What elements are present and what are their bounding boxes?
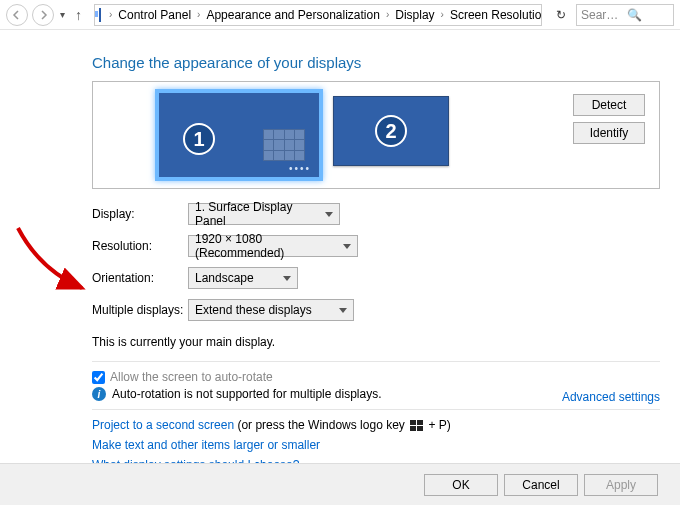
project-link[interactable]: Project to a second screen: [92, 418, 234, 432]
info-icon: i: [92, 387, 106, 401]
auto-rotate-checkbox[interactable]: [92, 371, 105, 384]
auto-rotate-info: Auto-rotation is not supported for multi…: [112, 387, 381, 401]
breadcrumb-sep: ›: [105, 9, 116, 20]
display-label: Display:: [92, 207, 188, 221]
multiple-displays-label: Multiple displays:: [92, 303, 188, 317]
address-bar[interactable]: › Control Panel › Appearance and Persona…: [94, 4, 542, 26]
search-input[interactable]: Search Cont... 🔍: [576, 4, 674, 26]
breadcrumb-item[interactable]: Appearance and Personalization: [206, 8, 379, 22]
monitor-number: 1: [183, 123, 215, 155]
monitor-2[interactable]: 2: [333, 96, 449, 166]
up-button[interactable]: ↑: [71, 7, 86, 23]
text-size-link[interactable]: Make text and other items larger or smal…: [92, 438, 660, 452]
project-link-row: Project to a second screen (or press the…: [92, 418, 660, 432]
keypad-graphic: [263, 129, 305, 161]
dialog-footer: OK Cancel Apply: [0, 463, 680, 505]
multiple-displays-select[interactable]: Extend these displays: [188, 299, 354, 321]
search-placeholder: Search Cont...: [581, 8, 623, 22]
monitor-number: 2: [375, 115, 407, 147]
forward-button[interactable]: [32, 4, 54, 26]
display-select[interactable]: 1. Surface Display Panel: [188, 203, 340, 225]
search-icon: 🔍: [627, 8, 669, 22]
breadcrumb-item[interactable]: Display: [395, 8, 434, 22]
main-display-note: This is currently your main display.: [92, 335, 660, 349]
monitor-1[interactable]: 1 ••••: [155, 89, 323, 181]
resolution-label: Resolution:: [92, 239, 188, 253]
taskbar-graphic: ••••: [289, 163, 311, 174]
control-panel-icon: [99, 8, 101, 22]
content-pane: Change the appearance of your displays 1…: [0, 30, 680, 472]
orientation-label: Orientation:: [92, 271, 188, 285]
page-title: Change the appearance of your displays: [92, 54, 660, 71]
auto-rotate-label: Allow the screen to auto-rotate: [110, 370, 273, 384]
recent-locations-dropdown[interactable]: ▾: [58, 9, 67, 20]
advanced-settings-link[interactable]: Advanced settings: [562, 390, 660, 404]
display-preview: 1 •••• 2 Detect Identify: [92, 81, 660, 189]
explorer-navbar: ▾ ↑ › Control Panel › Appearance and Per…: [0, 0, 680, 30]
refresh-button[interactable]: ↻: [550, 8, 572, 22]
resolution-select[interactable]: 1920 × 1080 (Recommended): [188, 235, 358, 257]
windows-key-icon: [410, 420, 423, 431]
orientation-select[interactable]: Landscape: [188, 267, 298, 289]
ok-button[interactable]: OK: [424, 474, 498, 496]
back-button[interactable]: [6, 4, 28, 26]
breadcrumb-item[interactable]: Control Panel: [118, 8, 191, 22]
apply-button[interactable]: Apply: [584, 474, 658, 496]
cancel-button[interactable]: Cancel: [504, 474, 578, 496]
arrow-right-icon: [38, 10, 48, 20]
arrow-left-icon: [12, 10, 22, 20]
identify-button[interactable]: Identify: [573, 122, 645, 144]
settings-form: Display: 1. Surface Display Panel Resolu…: [92, 203, 660, 321]
detect-button[interactable]: Detect: [573, 94, 645, 116]
breadcrumb-item[interactable]: Screen Resolution: [450, 8, 542, 22]
